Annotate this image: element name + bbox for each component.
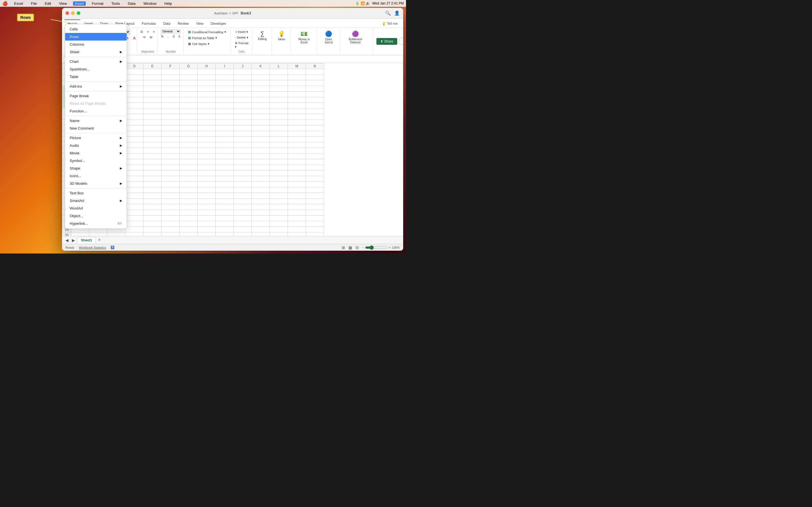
cell-r11c8[interactable] (198, 125, 216, 131)
cell-r4c11[interactable] (252, 86, 270, 92)
cell-r18c9[interactable] (216, 165, 234, 170)
cell-r14c13[interactable] (288, 142, 306, 148)
cell-r10c7[interactable] (180, 120, 198, 125)
comma-button[interactable]: , (166, 34, 170, 39)
cell-r16c6[interactable] (161, 154, 180, 159)
cell-r7c5[interactable] (144, 103, 161, 108)
cell-r20c5[interactable] (144, 176, 161, 182)
cell-r27c14[interactable] (306, 216, 324, 221)
cell-r8c10[interactable] (234, 108, 252, 114)
cell-r16c5[interactable] (144, 154, 161, 159)
menubar-help[interactable]: Help (163, 1, 174, 6)
cell-r14c8[interactable] (198, 142, 216, 148)
cell-r6c12[interactable] (270, 97, 288, 103)
cell-r18c12[interactable] (270, 165, 288, 170)
cell-r29c6[interactable] (161, 227, 180, 232)
cell-r11c12[interactable] (270, 125, 288, 131)
cell-r23c13[interactable] (288, 193, 306, 199)
tab-data[interactable]: Data (160, 20, 174, 27)
cell-r29c10[interactable] (234, 227, 252, 232)
cell-r15c9[interactable] (216, 148, 234, 154)
cell-r28c6[interactable] (161, 221, 180, 227)
cell-r10c13[interactable] (288, 120, 306, 125)
cell-r19c7[interactable] (180, 170, 198, 176)
cell-r5c11[interactable] (252, 92, 270, 97)
tab-review[interactable]: Review (174, 20, 192, 27)
menu-item-new-comment[interactable]: New Comment (65, 124, 126, 132)
cell-r27c5[interactable] (144, 216, 161, 221)
cell-r25c10[interactable] (234, 204, 252, 210)
cell-r17c12[interactable] (270, 159, 288, 165)
cell-r2c8[interactable] (198, 75, 216, 80)
col-header-D[interactable]: D (125, 63, 144, 69)
open-sorcd-button[interactable]: 🔵 Open Sorc'd (320, 29, 337, 45)
cell-r17c8[interactable] (198, 159, 216, 165)
cell-r8c13[interactable] (288, 108, 306, 114)
insert-cells-button[interactable]: + Insert ▾ (233, 29, 250, 35)
cell-r10c12[interactable] (270, 120, 288, 125)
cell-r20c14[interactable] (306, 176, 324, 182)
cell-r27c7[interactable] (180, 216, 198, 221)
cell-r1c9[interactable] (216, 69, 234, 75)
cell-r30c13[interactable] (288, 232, 306, 236)
cell-r7c13[interactable] (288, 103, 306, 108)
cell-r7c9[interactable] (216, 103, 234, 108)
cell-r4c7[interactable] (180, 86, 198, 92)
page-break-view-icon[interactable]: ⊟ (354, 245, 360, 250)
cell-r11c11[interactable] (252, 125, 270, 131)
menu-item-page-break[interactable]: Page Break (65, 92, 126, 100)
cell-r19c9[interactable] (216, 170, 234, 176)
cell-r22c5[interactable] (144, 187, 161, 193)
cell-r12c11[interactable] (252, 131, 270, 136)
cell-r1c5[interactable] (144, 69, 161, 75)
cell-r4c4[interactable] (125, 86, 144, 92)
workbook-statistics-link[interactable]: Workbook Statistics (79, 246, 106, 249)
menubar-excel[interactable]: Excel (12, 1, 25, 6)
cell-r2c12[interactable] (270, 75, 288, 80)
cell-r25c9[interactable] (216, 204, 234, 210)
cell-r25c11[interactable] (252, 204, 270, 210)
cell-r10c4[interactable] (125, 120, 144, 125)
cell-r6c4[interactable] (125, 97, 144, 103)
cell-r26c5[interactable] (144, 210, 161, 216)
cell-r4c12[interactable] (270, 86, 288, 92)
cell-r6c8[interactable] (198, 97, 216, 103)
cell-r28c12[interactable] (270, 221, 288, 227)
cell-r28c14[interactable] (306, 221, 324, 227)
cell-r8c11[interactable] (252, 108, 270, 114)
cell-r11c9[interactable] (216, 125, 234, 131)
col-header-I[interactable]: I (216, 63, 234, 69)
cell-r27c4[interactable] (125, 216, 144, 221)
cell-r5c5[interactable] (144, 92, 161, 97)
cell-r18c7[interactable] (180, 165, 198, 170)
cell-r15c13[interactable] (288, 148, 306, 154)
cell-r29c8[interactable] (198, 227, 216, 232)
normal-view-icon[interactable]: ⊞ (341, 245, 346, 250)
cell-r6c14[interactable] (306, 97, 324, 103)
cell-r19c4[interactable] (125, 170, 144, 176)
cell-r4c8[interactable] (198, 86, 216, 92)
cell-r28c4[interactable] (125, 221, 144, 227)
cell-r30c10[interactable] (234, 232, 252, 236)
format-as-table-button[interactable]: ▦ Format as Table ▾ (186, 35, 228, 41)
cell-r6c10[interactable] (234, 97, 252, 103)
cell-r16c13[interactable] (288, 154, 306, 159)
cell-r12c10[interactable] (234, 131, 252, 136)
cell-r25c7[interactable] (180, 204, 198, 210)
cell-r4c9[interactable] (216, 86, 234, 92)
cell-r13c5[interactable] (144, 136, 161, 142)
share-button[interactable]: ⬆ Share (376, 38, 397, 45)
cell-r28c11[interactable] (252, 221, 270, 227)
cell-r25c14[interactable] (306, 204, 324, 210)
cell-r24c12[interactable] (270, 199, 288, 204)
cell-r12c12[interactable] (270, 131, 288, 136)
cell-r9c9[interactable] (216, 114, 234, 120)
cell-r7c8[interactable] (198, 103, 216, 108)
bottleneck-button[interactable]: 🟣 Bottleneck Detector (343, 29, 368, 45)
cell-r24c9[interactable] (216, 199, 234, 204)
cell-r13c10[interactable] (234, 136, 252, 142)
cell-r15c6[interactable] (161, 148, 180, 154)
cell-r14c6[interactable] (161, 142, 180, 148)
cell-r23c9[interactable] (216, 193, 234, 199)
cell-r22c11[interactable] (252, 187, 270, 193)
